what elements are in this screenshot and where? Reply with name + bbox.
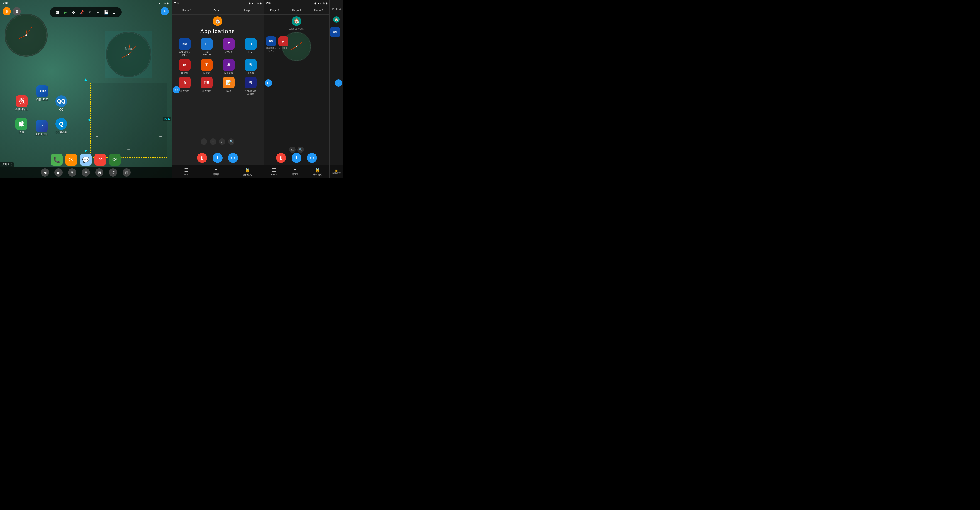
arrow-up-indicator: ▲ bbox=[83, 76, 88, 82]
partial-home-icon[interactable]: 🏠 bbox=[333, 16, 340, 23]
share-fab-2[interactable]: ⬆ bbox=[291, 153, 301, 163]
panel2-fab-row: 🗑 ⬆ ⚙ bbox=[264, 153, 329, 163]
toolbar-save-btn[interactable]: 💾 bbox=[103, 9, 110, 16]
app-icon-weibo[interactable]: 微 微博国际版 bbox=[16, 95, 28, 111]
add-widget-plus-top[interactable]: + bbox=[127, 95, 130, 101]
fab-gray-button[interactable]: ⊞ bbox=[13, 7, 21, 16]
app-item-baiduwangpan[interactable]: 网盘 百度网盘 bbox=[196, 76, 216, 96]
dock-chat[interactable]: 💬 bbox=[80, 154, 92, 166]
app-item-total-launcher[interactable]: TL Total Launcher bbox=[196, 38, 216, 57]
tag-btn[interactable]: 🏷 bbox=[219, 139, 225, 145]
sync-fab-left[interactable]: ↻ bbox=[173, 86, 180, 94]
toolbar-settings-btn[interactable]: ⚙ bbox=[70, 9, 77, 16]
toolbar-play-btn[interactable]: ▶ bbox=[62, 9, 69, 16]
toolbar-cut-btn[interactable]: ✂ bbox=[94, 9, 102, 16]
partial-sync-fab[interactable]: ↻ bbox=[335, 80, 342, 87]
app-item-4k[interactable]: 4K 4K影院 bbox=[175, 59, 195, 75]
toolbar-pin-btn[interactable]: 📌 bbox=[78, 9, 85, 16]
panel1-fab-row: 🗑 ⬆ ⚙ bbox=[172, 153, 264, 163]
app-icon-baiduwangpan: 网盘 bbox=[201, 76, 213, 88]
add-widget-plus-bottom[interactable]: + bbox=[127, 146, 130, 153]
app-icon-aiqicha: 查 bbox=[245, 59, 256, 71]
page-tab-3-sub[interactable]: Page 3 bbox=[308, 7, 329, 14]
app-item-zedge[interactable]: Z Zedge bbox=[218, 38, 239, 57]
app-item-1dm[interactable]: ↓+ 1DM+ bbox=[241, 38, 261, 57]
forward-btn[interactable]: ▶ bbox=[54, 168, 63, 177]
nav-new-page-1[interactable]: + 新页面 bbox=[213, 167, 220, 176]
dock-ca[interactable]: CA bbox=[109, 154, 121, 166]
layout-btn[interactable]: ⊡ bbox=[123, 168, 130, 177]
share-fab[interactable]: ⬆ bbox=[213, 153, 223, 163]
sync-fab-panel2[interactable]: ↻ bbox=[265, 80, 272, 87]
search-btn[interactable]: 🔍 bbox=[228, 139, 234, 145]
right-sub-panel-2: 7:36 ◉ ▲▼ ⊕ ◉ Page 1 Page 2 Page 3 🏠 wid… bbox=[264, 0, 329, 178]
toolbar-select-btn[interactable]: ⊞ bbox=[54, 9, 61, 16]
status-bar-right-1: 7:36 ◉ ▲▼ ⊕ ◉ bbox=[172, 0, 264, 6]
small-app-baidu[interactable]: 百 百度糯米 bbox=[278, 36, 288, 53]
widget-empty-zone[interactable]: + + + + + + bbox=[90, 83, 167, 158]
page-tab-2-sub[interactable]: Page 2 bbox=[286, 7, 307, 14]
nav-menu-2[interactable]: ☰ Menu bbox=[271, 167, 277, 176]
split-h-btn[interactable]: ⊟ bbox=[82, 168, 90, 177]
page-tab-1[interactable]: Page 1 bbox=[264, 6, 286, 14]
small-apps-row: 网速 网速测试大师Pro 百 百度糯米 bbox=[264, 36, 329, 53]
bottom-nav-panel2: ☰ Menu + 新页面 🔒 编辑模式 bbox=[264, 165, 329, 178]
app-item-aliyun[interactable]: 阿 阿里云 bbox=[196, 59, 216, 75]
page-tab-1-sub[interactable]: Page 1 bbox=[233, 7, 264, 14]
nav-new-page-2[interactable]: + 新页面 bbox=[291, 167, 298, 176]
dock-messages[interactable]: ✉ bbox=[65, 154, 77, 166]
page-tab-2[interactable]: Page 2 bbox=[172, 7, 202, 14]
partial-app-1[interactable]: 网速 bbox=[330, 27, 340, 37]
partial-app-icon-1: 网速 bbox=[330, 27, 340, 37]
app-item-alipan[interactable]: 盘 阿里云盘 bbox=[218, 59, 239, 75]
right-panel: 7:36 ◉ ▲▼ ⊕ ◉ Page 2 Page 3 Page 1 🏠 App… bbox=[172, 0, 343, 178]
toolbar-delete-btn[interactable]: 🗑 bbox=[111, 9, 118, 16]
page-tab-3[interactable]: Page 3 bbox=[202, 6, 233, 14]
small-app-netspeed[interactable]: 网速 网速测试大师Pro bbox=[266, 36, 277, 53]
delete-fab-2[interactable]: 🗑 bbox=[276, 153, 286, 163]
app-icon-total-launcher: TL bbox=[201, 38, 213, 50]
tag-icon-btn[interactable]: 🏷 bbox=[289, 147, 296, 153]
home-icon-panel1[interactable]: 🏠 bbox=[213, 16, 222, 26]
fab-blue-plus[interactable]: + bbox=[161, 7, 169, 16]
app-icon-1dm: ↓+ bbox=[245, 38, 256, 50]
add-widget-plus-br[interactable]: + bbox=[159, 133, 162, 140]
arrow-left-indicator: ◀ bbox=[88, 118, 90, 122]
app-icon-wechat[interactable]: 微 微信 bbox=[16, 118, 27, 134]
nav-menu-1[interactable]: ☰ Menu bbox=[183, 167, 189, 176]
time-display-right-2: 7:36 bbox=[266, 2, 271, 5]
dock-help[interactable]: ? bbox=[94, 154, 106, 166]
toolbar-copy-btn[interactable]: ⧉ bbox=[86, 9, 94, 16]
app-item-chelan[interactable]: 驾 车轮驾考通考驾照 bbox=[241, 76, 261, 96]
settings-fab[interactable]: ⚙ bbox=[228, 153, 238, 163]
nav-edit-mode-2[interactable]: 🔒 编辑模式 bbox=[313, 167, 322, 176]
app-item-notes[interactable]: 📝 笔记 bbox=[218, 76, 239, 96]
home-icon-panel2[interactable]: 🏠 bbox=[292, 16, 301, 26]
fab-orange-button[interactable]: ⊕ bbox=[3, 7, 11, 16]
app-icon-qq[interactable]: QQ QQ bbox=[55, 95, 67, 111]
nav-edit-mode-1[interactable]: 🔒 编辑模式 bbox=[243, 167, 252, 176]
app-item-netspeed[interactable]: 网速 网速测试大师Pro bbox=[175, 38, 195, 57]
app-item-aiqicha[interactable]: 查 爱企查 bbox=[241, 59, 261, 75]
add-widget-plus-bl[interactable]: + bbox=[95, 133, 99, 140]
add-widget-plus-right[interactable]: + bbox=[159, 113, 162, 119]
search-icon-btn[interactable]: 🔍 bbox=[298, 147, 304, 153]
folder-title: Applications bbox=[172, 28, 264, 35]
settings-fab-2[interactable]: ⚙ bbox=[307, 153, 317, 163]
app-icon-qqbrowser[interactable]: Q QQ浏览器 bbox=[55, 118, 67, 134]
rotate-btn[interactable]: ↺ bbox=[109, 168, 117, 177]
app-icon-4k: 4K bbox=[179, 59, 191, 71]
sort-btn[interactable]: ≡ bbox=[210, 139, 216, 145]
app-icon-jiaoguan[interactable]: 12123 交管12123 bbox=[36, 85, 48, 101]
dock-phone[interactable]: 📞 bbox=[51, 154, 63, 166]
add-widget-plus-left[interactable]: + bbox=[95, 113, 99, 119]
grid-btn[interactable]: ⊞ bbox=[68, 168, 76, 177]
split-v-btn[interactable]: ⊠ bbox=[95, 168, 103, 177]
widget-select-box bbox=[105, 30, 153, 78]
back-btn[interactable]: ◀ bbox=[41, 168, 49, 177]
add-app-btn[interactable]: + bbox=[201, 139, 207, 145]
svg-point-4 bbox=[25, 35, 27, 36]
time-display-right-1: 7:36 bbox=[173, 2, 179, 5]
app-icon-fashaoyou[interactable]: R 发烧友绿软 bbox=[35, 120, 48, 136]
delete-fab[interactable]: 🗑 bbox=[197, 153, 207, 163]
